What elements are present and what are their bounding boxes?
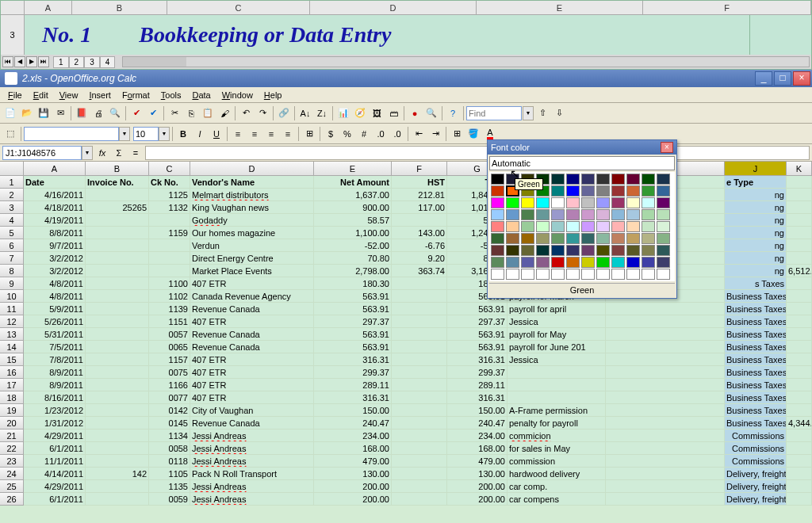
- cell[interactable]: 0118: [149, 455, 190, 468]
- cell[interactable]: [86, 353, 149, 366]
- cell[interactable]: [606, 353, 725, 366]
- cell[interactable]: [86, 303, 149, 315]
- datasources-icon[interactable]: 🗃: [385, 105, 401, 121]
- cell[interactable]: Our homes magazine: [190, 227, 314, 239]
- cell[interactable]: 25265: [86, 201, 149, 214]
- cell[interactable]: [606, 480, 725, 493]
- menu-format[interactable]: Format: [117, 89, 155, 101]
- cell[interactable]: 1166: [149, 379, 190, 391]
- color-swatch[interactable]: [521, 269, 534, 280]
- redo-icon[interactable]: ↷: [255, 105, 270, 121]
- color-swatch[interactable]: [642, 233, 655, 244]
- color-swatch[interactable]: [596, 209, 610, 220]
- merge-cells-icon[interactable]: ⊞: [301, 126, 317, 142]
- color-swatch[interactable]: [657, 269, 670, 280]
- cell[interactable]: 1151: [149, 315, 190, 328]
- cell[interactable]: 316.31: [447, 391, 508, 404]
- cell[interactable]: Commissions: [725, 455, 787, 468]
- cell[interactable]: 407 ETR: [190, 315, 314, 328]
- open-icon[interactable]: 📂: [19, 105, 35, 121]
- cell[interactable]: 6/1/2011: [24, 442, 86, 455]
- cell[interactable]: [149, 214, 190, 227]
- cell[interactable]: 4/14/2011: [24, 468, 86, 480]
- color-swatch[interactable]: [566, 233, 580, 244]
- cell[interactable]: [86, 189, 149, 201]
- cell[interactable]: [606, 417, 725, 429]
- color-swatch[interactable]: [657, 174, 670, 185]
- color-swatch[interactable]: [536, 221, 550, 232]
- color-swatch[interactable]: [491, 197, 504, 208]
- cell-reference-input[interactable]: J1:J1048576: [2, 146, 82, 160]
- nav-next-icon[interactable]: ▶: [26, 56, 37, 67]
- cell[interactable]: -52.00: [314, 239, 392, 252]
- header-cell[interactable]: e Type: [725, 176, 787, 189]
- cell[interactable]: 240.47: [314, 417, 392, 429]
- autospell-icon[interactable]: ✔: [145, 105, 161, 121]
- color-swatch[interactable]: [611, 174, 625, 185]
- cell[interactable]: [787, 214, 812, 227]
- cell[interactable]: payroll for april: [508, 303, 606, 315]
- cell[interactable]: -6.76: [392, 239, 447, 252]
- color-swatch[interactable]: [521, 221, 534, 232]
- percent-icon[interactable]: %: [339, 126, 355, 142]
- cell[interactable]: 7/5/2011: [24, 341, 86, 353]
- find-input[interactable]: [466, 106, 522, 120]
- cell[interactable]: [787, 429, 812, 442]
- color-swatch[interactable]: [657, 233, 670, 244]
- find-next-icon[interactable]: ⇩: [551, 105, 567, 121]
- cell[interactable]: Revenue Canada: [190, 328, 314, 341]
- cell[interactable]: [86, 442, 149, 455]
- cell[interactable]: 316.31: [447, 353, 508, 366]
- color-swatch[interactable]: [491, 245, 504, 256]
- sheet-tab[interactable]: 4: [100, 56, 116, 68]
- cell[interactable]: 200.00: [314, 493, 392, 506]
- cell[interactable]: 240.47: [447, 417, 508, 429]
- cell[interactable]: 3/2/2012: [24, 252, 86, 265]
- maximize-button[interactable]: □: [774, 71, 791, 86]
- menu-window[interactable]: Window: [217, 89, 258, 101]
- color-swatch[interactable]: [521, 209, 534, 220]
- cell[interactable]: 8/9/2011: [24, 366, 86, 379]
- cell[interactable]: [787, 366, 812, 379]
- cell[interactable]: 5/9/2011: [24, 303, 86, 315]
- cell[interactable]: 150.00: [447, 404, 508, 417]
- cell[interactable]: 130.00: [447, 468, 508, 480]
- cell[interactable]: 479.00: [447, 455, 508, 468]
- cell[interactable]: [606, 341, 725, 353]
- cell[interactable]: Business Taxes: [725, 315, 787, 328]
- col-header[interactable]: D: [190, 162, 314, 176]
- undo-icon[interactable]: ↶: [238, 105, 254, 121]
- cell[interactable]: 150.00: [314, 404, 392, 417]
- row-header[interactable]: 6: [0, 239, 24, 252]
- decrease-indent-icon[interactable]: ⇤: [411, 126, 427, 142]
- select-all-corner[interactable]: [0, 162, 24, 176]
- color-swatch[interactable]: [506, 197, 519, 208]
- cell[interactable]: [787, 201, 812, 214]
- export-pdf-icon[interactable]: 📕: [74, 105, 90, 121]
- add-decimal-icon[interactable]: .0: [373, 126, 389, 142]
- cell[interactable]: [508, 379, 606, 391]
- cell[interactable]: Verdun: [190, 239, 314, 252]
- color-swatch[interactable]: [551, 174, 565, 185]
- cell[interactable]: 407 ETR: [190, 379, 314, 391]
- cell[interactable]: 1,100.00: [314, 227, 392, 239]
- color-swatch[interactable]: [596, 174, 610, 185]
- cell[interactable]: [787, 315, 812, 328]
- color-swatch[interactable]: [566, 257, 580, 268]
- nav-first-icon[interactable]: ⏮: [2, 56, 13, 67]
- cell[interactable]: [606, 328, 725, 341]
- color-swatch[interactable]: [506, 269, 519, 280]
- color-swatch[interactable]: [491, 233, 504, 244]
- cell[interactable]: commicion: [508, 429, 606, 442]
- row-header[interactable]: 21: [0, 429, 24, 442]
- cell[interactable]: [86, 455, 149, 468]
- cell[interactable]: 0059: [149, 493, 190, 506]
- cell[interactable]: 900.00: [314, 201, 392, 214]
- color-swatch[interactable]: [506, 209, 519, 220]
- color-swatch[interactable]: [506, 221, 519, 232]
- cell[interactable]: [787, 239, 812, 252]
- color-swatch[interactable]: [491, 174, 504, 185]
- cell[interactable]: Business Taxes: [725, 290, 787, 303]
- cell[interactable]: 1,637.00: [314, 189, 392, 201]
- color-swatch[interactable]: [551, 245, 565, 256]
